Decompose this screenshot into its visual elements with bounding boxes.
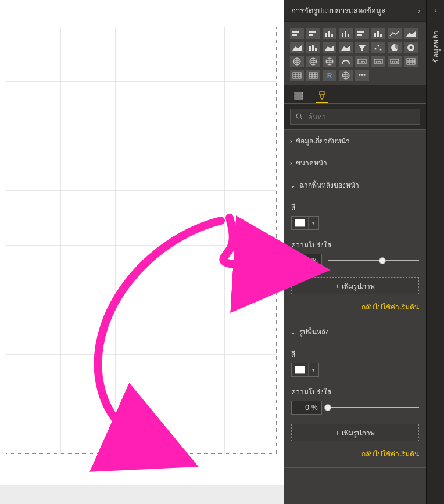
viz-100-bar-icon[interactable] <box>355 28 369 39</box>
svg-text:123: 123 <box>359 60 366 64</box>
svg-point-18 <box>375 48 377 50</box>
add-image-button[interactable]: + เพิ่มรูปภาพ <box>291 277 419 294</box>
search-icon <box>295 113 303 121</box>
viz-stacked-column-icon[interactable] <box>323 28 336 39</box>
color-picker[interactable]: ▾ <box>291 216 319 230</box>
transparency-input[interactable]: % <box>291 401 322 415</box>
search-box[interactable] <box>290 109 420 125</box>
viz-gauge-icon[interactable] <box>339 56 353 67</box>
viz-map-icon[interactable] <box>306 56 320 67</box>
svg-rect-6 <box>331 34 333 37</box>
transparency-value-input[interactable] <box>295 257 309 265</box>
svg-point-20 <box>380 49 382 51</box>
chevron-right-icon: › <box>418 7 420 15</box>
transparency-slider[interactable] <box>328 401 419 415</box>
slider-thumb[interactable] <box>379 257 386 264</box>
viz-type-gallery: 123123123R••• <box>284 22 426 85</box>
search-input[interactable] <box>308 113 415 121</box>
transparency-value-input[interactable] <box>295 404 309 412</box>
viz-donut-icon[interactable] <box>404 42 418 53</box>
slider-thumb[interactable] <box>324 404 331 411</box>
reset-to-default-link[interactable]: กลับไปใช้ค่าเริ่มต้น <box>291 301 419 312</box>
viz-r-visual-icon[interactable]: R <box>323 70 336 81</box>
fields-tab[interactable] <box>292 89 305 103</box>
svg-rect-0 <box>292 31 299 33</box>
pane-header[interactable]: การจัดรูปแบบการแสดงข้อมูล › <box>284 0 426 22</box>
reset-to-default-link[interactable]: กลับไปใช้ค่าเริ่มต้น <box>291 448 419 459</box>
section-page-info[interactable]: › ข้อมูลเกี่ยวกับหน้า <box>284 130 426 152</box>
chevron-down-icon: ⌄ <box>290 181 296 189</box>
color-label: สี <box>291 201 419 213</box>
svg-point-42 <box>296 114 301 118</box>
viz-matrix-icon[interactable] <box>306 70 320 81</box>
section-wallpaper[interactable]: ⌄ รูปพื้นหลัง <box>284 321 426 343</box>
section-page-size[interactable]: › ขนาดหน้า <box>284 152 426 174</box>
chevron-left-icon: ‹ <box>434 6 436 14</box>
viz-filled-map-icon[interactable] <box>323 56 336 67</box>
svg-rect-1 <box>292 34 297 36</box>
viz-waterfall-icon[interactable] <box>339 42 353 53</box>
viz-pie-icon[interactable] <box>388 42 402 53</box>
chevron-down-icon: ⌄ <box>290 328 296 336</box>
viz-multi-card-icon[interactable]: 123 <box>371 56 385 67</box>
svg-rect-12 <box>374 33 376 37</box>
fields-pane-collapsed[interactable]: ‹ ข้อมูลหลัก <box>426 0 444 504</box>
section-label: รูปพื้นหลัง <box>299 326 329 337</box>
viz-area-icon[interactable] <box>404 28 418 39</box>
section-page-background[interactable]: ⌄ ฉากพื้นหลังของหน้า <box>284 174 426 196</box>
section-label: ข้อมูลเกี่ยวกับหน้า <box>296 135 350 146</box>
viz-slicer-icon[interactable] <box>404 56 418 67</box>
color-label: สี <box>291 348 419 359</box>
svg-point-19 <box>378 45 379 47</box>
viz-stacked-area-icon[interactable] <box>290 42 304 53</box>
transparency-input[interactable]: % <box>291 254 322 268</box>
viz-treemap-icon[interactable] <box>290 56 304 67</box>
svg-point-23 <box>410 46 413 49</box>
viz-arcgis-icon[interactable] <box>339 70 353 81</box>
svg-rect-39 <box>295 95 303 97</box>
transparency-row: % <box>291 401 419 415</box>
svg-rect-2 <box>309 31 316 33</box>
viz-kpi-icon[interactable]: 123 <box>388 56 402 67</box>
section-label: ฉากพื้นหลังของหน้า <box>299 179 359 190</box>
transparency-label: ความโปร่งใส <box>291 386 419 397</box>
svg-rect-3 <box>309 34 313 36</box>
viz-clustered-column-icon[interactable] <box>339 28 353 39</box>
viz-scatter-icon[interactable] <box>371 42 385 53</box>
svg-rect-35 <box>309 73 317 78</box>
section-page-background-body: สี ▾ ความโปร่งใส % + เพิ่มรูปภ <box>284 196 426 321</box>
transparency-slider[interactable] <box>328 254 419 268</box>
viz-line-column-icon[interactable] <box>306 42 320 53</box>
viz-clustered-bar-icon[interactable] <box>306 28 320 39</box>
svg-text:R: R <box>327 72 332 80</box>
percent-unit: % <box>311 404 318 412</box>
svg-rect-34 <box>293 73 301 78</box>
viz-table-icon[interactable] <box>290 70 304 81</box>
slider-track <box>328 407 419 408</box>
section-wallpaper-body: สี ▾ ความโปร่งใส % + เพิ่มรูปภ <box>284 343 426 468</box>
slider-track <box>328 260 419 261</box>
svg-rect-17 <box>315 48 317 51</box>
viz-ribbon-icon[interactable] <box>323 42 336 53</box>
viz-stacked-bar-icon[interactable] <box>290 28 304 39</box>
report-page-canvas[interactable] <box>6 27 277 454</box>
add-image-button[interactable]: + เพิ่มรูปภาพ <box>291 424 419 441</box>
svg-rect-11 <box>357 34 362 36</box>
format-tab-row <box>284 85 426 104</box>
percent-unit: % <box>311 257 318 265</box>
transparency-row: % <box>291 254 419 268</box>
format-sections: › ข้อมูลเกี่ยวกับหน้า › ขนาดหน้า ⌄ ฉากพื… <box>284 130 426 504</box>
viz-funnel-icon[interactable] <box>355 42 369 53</box>
viz-card-icon[interactable]: 123 <box>355 56 369 67</box>
svg-rect-41 <box>320 92 324 95</box>
svg-rect-5 <box>328 31 330 37</box>
svg-rect-7 <box>342 33 343 37</box>
viz-more-icon[interactable]: ••• <box>355 70 369 81</box>
viz-100-column-icon[interactable] <box>371 28 385 39</box>
chevron-right-icon: › <box>290 159 292 167</box>
transparency-label: ความโปร่งใส <box>291 239 419 250</box>
viz-line-icon[interactable] <box>388 28 402 39</box>
format-tab[interactable] <box>316 89 328 103</box>
svg-rect-33 <box>407 59 415 64</box>
color-picker[interactable]: ▾ <box>291 363 319 377</box>
